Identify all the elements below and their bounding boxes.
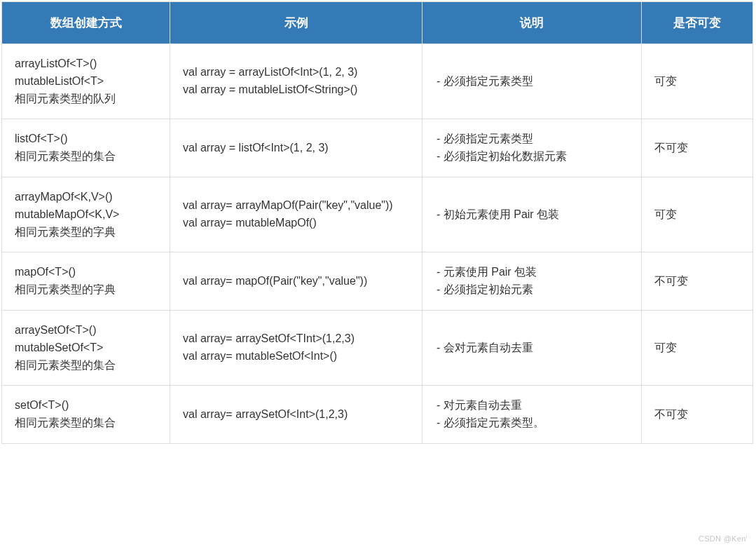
header-method: 数组创建方式 (2, 2, 170, 44)
cell-method: arraySetOf<T>()mutableSetOf<T>相同元素类型的集合 (2, 310, 170, 385)
header-desc: 说明 (422, 2, 642, 44)
example-line: val array= arraySetOf<Int>(1,2,3) (183, 408, 348, 420)
cell-desc: 必须指定元素类型 (422, 44, 642, 119)
desc-item: 必须指定元素类型。 (437, 414, 628, 432)
cell-example: val array = listOf<Int>(1, 2, 3) (170, 119, 422, 177)
kotlin-collections-table: 数组创建方式 示例 说明 是否可变 arrayListOf<T>()mutabl… (1, 1, 753, 444)
desc-item: 必须指定初始化数据元素 (437, 148, 628, 166)
cell-method: arrayMapOf<K,V>()mutableMapOf<K,V>相同元素类型… (2, 177, 170, 252)
example-line: val array= arraySetOf<TInt>(1,2,3) (183, 332, 355, 344)
desc-item: 必须指定元素类型 (437, 73, 628, 90)
desc-item: 必须指定初始元素 (437, 281, 628, 299)
method-line: arrayListOf<T>() (15, 58, 97, 69)
desc-item: 必须指定元素类型 (437, 130, 628, 148)
desc-item: 对元素自动去重 (437, 397, 628, 414)
cell-mutable: 可变 (642, 310, 753, 385)
table-row: setOf<T>()相同元素类型的集合val array= arraySetOf… (2, 386, 753, 444)
cell-mutable: 可变 (642, 177, 753, 252)
table-row: arrayListOf<T>()mutableListOf<T>相同元素类型的队… (2, 44, 753, 119)
method-line: setOf<T>() (15, 399, 69, 411)
method-line: 相同元素类型的字典 (15, 226, 116, 238)
table-row: mapOf<T>()相同元素类型的字典val array= mapOf(Pair… (2, 252, 753, 311)
method-line: mutableMapOf<K,V> (15, 208, 119, 220)
method-line: 相同元素类型的字典 (15, 283, 116, 295)
cell-mutable: 不可变 (642, 252, 753, 311)
cell-example: val array= mapOf(Pair("key","value")) (170, 252, 422, 311)
table-row: arrayMapOf<K,V>()mutableMapOf<K,V>相同元素类型… (2, 177, 753, 252)
desc-list: 对元素自动去重必须指定元素类型。 (435, 397, 628, 432)
cell-method: mapOf<T>()相同元素类型的字典 (2, 252, 170, 311)
desc-list: 必须指定元素类型必须指定初始化数据元素 (435, 130, 628, 166)
cell-example: val array= arrayMapOf(Pair("key","value"… (170, 177, 422, 252)
example-line: val array= mutableMapOf() (183, 217, 317, 229)
desc-list: 初始元素使用 Pair 包装 (435, 206, 628, 224)
table-header-row: 数组创建方式 示例 说明 是否可变 (2, 2, 753, 44)
example-line: val array = listOf<Int>(1, 2, 3) (183, 142, 329, 154)
desc-item: 会对元素自动去重 (437, 339, 628, 357)
method-line: listOf<T>() (15, 133, 68, 144)
example-line: val array= mutableSetOf<Int>() (183, 350, 337, 362)
example-line: val array= mapOf(Pair("key","value")) (183, 275, 367, 287)
header-example: 示例 (170, 2, 422, 44)
watermark: CSDN @Ken' (699, 534, 748, 543)
desc-list: 元素使用 Pair 包装必须指定初始元素 (435, 264, 628, 299)
cell-method: arrayListOf<T>()mutableListOf<T>相同元素类型的队… (2, 44, 170, 119)
desc-item: 元素使用 Pair 包装 (437, 264, 628, 281)
example-line: val array = arrayListOf<Int>(1, 2, 3) (183, 66, 357, 78)
cell-desc: 元素使用 Pair 包装必须指定初始元素 (422, 252, 642, 311)
table-row: listOf<T>()相同元素类型的集合val array = listOf<I… (2, 119, 753, 177)
cell-desc: 会对元素自动去重 (422, 310, 642, 385)
method-line: 相同元素类型的集合 (15, 150, 116, 162)
method-line: mutableSetOf<T> (15, 342, 103, 353)
cell-desc: 对元素自动去重必须指定元素类型。 (422, 386, 642, 444)
method-line: arraySetOf<T>() (15, 324, 96, 336)
cell-desc: 初始元素使用 Pair 包装 (422, 177, 642, 252)
desc-list: 会对元素自动去重 (435, 339, 628, 357)
method-line: 相同元素类型的队列 (15, 93, 116, 104)
example-line: val array= arrayMapOf(Pair("key","value"… (183, 199, 393, 211)
header-mutable: 是否可变 (642, 2, 753, 44)
cell-mutable: 不可变 (642, 386, 753, 444)
cell-mutable: 不可变 (642, 119, 753, 177)
table-row: arraySetOf<T>()mutableSetOf<T>相同元素类型的集合v… (2, 310, 753, 385)
cell-example: val array= arraySetOf<TInt>(1,2,3)val ar… (170, 310, 422, 385)
cell-method: setOf<T>()相同元素类型的集合 (2, 386, 170, 444)
desc-list: 必须指定元素类型 (435, 73, 628, 90)
method-line: mutableListOf<T> (15, 75, 104, 87)
desc-item: 初始元素使用 Pair 包装 (437, 206, 628, 224)
cell-desc: 必须指定元素类型必须指定初始化数据元素 (422, 119, 642, 177)
method-line: 相同元素类型的集合 (15, 417, 116, 428)
example-line: val array = mutableListOf<String>() (183, 83, 357, 95)
cell-method: listOf<T>()相同元素类型的集合 (2, 119, 170, 177)
method-line: 相同元素类型的集合 (15, 359, 116, 371)
cell-example: val array = arrayListOf<Int>(1, 2, 3)val… (170, 44, 422, 119)
method-line: mapOf<T>() (15, 266, 76, 278)
cell-example: val array= arraySetOf<Int>(1,2,3) (170, 386, 422, 444)
cell-mutable: 可变 (642, 44, 753, 119)
method-line: arrayMapOf<K,V>() (15, 191, 113, 203)
